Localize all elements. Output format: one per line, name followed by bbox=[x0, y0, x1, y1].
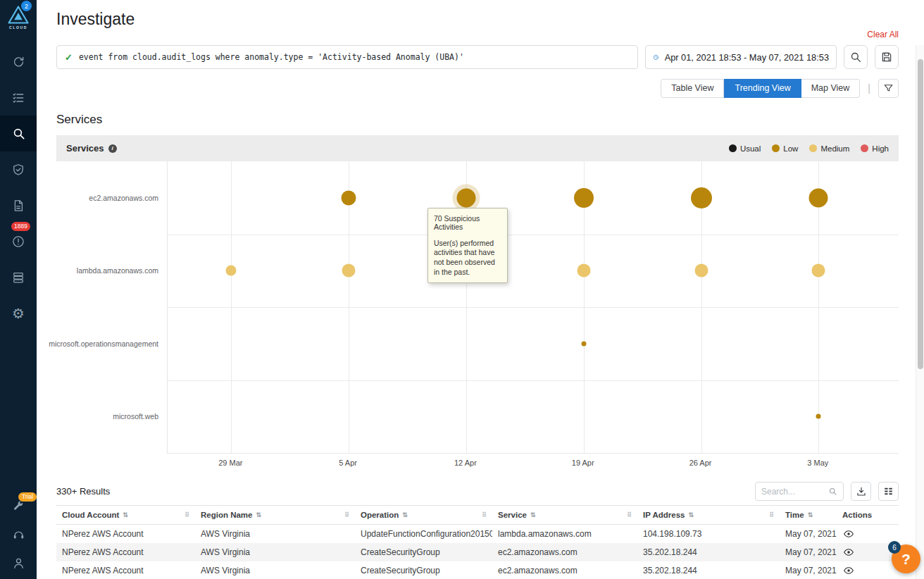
chart-bubble[interactable] bbox=[574, 188, 594, 208]
view-details-button[interactable] bbox=[842, 546, 855, 559]
sidebar-item-alerts[interactable]: 1889 bbox=[0, 223, 37, 259]
sidebar-item-inventory[interactable] bbox=[0, 259, 37, 295]
table-row[interactable]: NPerez AWS AccountAWS VirginiaCreateSecu… bbox=[56, 561, 899, 579]
download-button[interactable] bbox=[851, 482, 871, 501]
column-label: IP Address bbox=[643, 511, 685, 519]
scrollbar-thumb[interactable] bbox=[918, 59, 923, 369]
chart-bubble[interactable] bbox=[342, 190, 356, 205]
chart-bubble[interactable] bbox=[691, 187, 712, 208]
table-row[interactable]: NPerez AWS AccountAWS VirginiaCreateSecu… bbox=[56, 543, 899, 561]
section-title: Services bbox=[56, 113, 899, 127]
chart-y-axis: ec2.amazonaws.comlambda.amazonaws.commic… bbox=[56, 161, 167, 454]
query-valid-icon: ✓ bbox=[65, 52, 73, 63]
column-header-operation[interactable]: Operation⇅⠿ bbox=[355, 506, 492, 525]
tab-table-view[interactable]: Table View bbox=[661, 79, 724, 98]
legend-item-usual[interactable]: Usual bbox=[729, 144, 761, 153]
trending-chart: ec2.amazonaws.comlambda.amazonaws.commic… bbox=[56, 161, 899, 472]
x-axis-label: 29 Mar bbox=[218, 459, 242, 467]
sidebar-item-policies[interactable] bbox=[0, 80, 37, 116]
app-root: 2 CLOUD bbox=[0, 0, 924, 579]
sidebar-item-dashboard[interactable] bbox=[0, 44, 37, 80]
chart-bubble[interactable] bbox=[342, 264, 356, 278]
chart-bubble[interactable] bbox=[581, 341, 586, 346]
chart-bubble[interactable] bbox=[226, 266, 237, 276]
help-count-badge: 6 bbox=[888, 541, 901, 554]
view-toggle-row: Table View Trending View Map View | bbox=[56, 78, 899, 98]
filter-button[interactable] bbox=[878, 79, 899, 98]
column-settings-button[interactable] bbox=[878, 482, 899, 501]
sidebar-item-support[interactable] bbox=[9, 525, 27, 544]
column-drag-icon[interactable]: ⠿ bbox=[769, 511, 774, 518]
column-header-actions[interactable]: Actions bbox=[837, 506, 899, 525]
shield-check-icon bbox=[11, 163, 25, 177]
view-details-button[interactable] bbox=[842, 528, 855, 540]
column-label: Actions bbox=[842, 511, 872, 519]
sidebar-item-investigate[interactable] bbox=[0, 116, 37, 151]
query-input[interactable]: ✓ event from cloud.audit_logs where anom… bbox=[56, 45, 638, 69]
sidebar-item-profile[interactable] bbox=[9, 554, 27, 572]
column-drag-icon[interactable]: ⠿ bbox=[185, 511, 189, 518]
view-details-button[interactable] bbox=[842, 564, 855, 577]
legend-dot bbox=[809, 144, 817, 152]
column-drag-icon[interactable]: ⠿ bbox=[627, 511, 632, 518]
help-question-mark: ? bbox=[901, 551, 911, 568]
column-drag-icon[interactable]: ⠿ bbox=[482, 511, 487, 518]
search-button[interactable] bbox=[844, 45, 868, 69]
report-icon bbox=[11, 199, 25, 213]
legend-item-medium[interactable]: Medium bbox=[809, 144, 849, 153]
sort-icon[interactable]: ⇅ bbox=[808, 511, 813, 518]
chart-bubble[interactable] bbox=[809, 188, 828, 207]
column-header-region-name[interactable]: Region Name⇅⠿ bbox=[195, 506, 355, 525]
chart-bubble[interactable] bbox=[816, 414, 821, 419]
legend-item-low[interactable]: Low bbox=[772, 144, 798, 153]
sort-icon[interactable]: ⇅ bbox=[402, 511, 408, 518]
column-label: Region Name bbox=[201, 511, 253, 519]
cell-region: AWS Virginia bbox=[195, 543, 355, 561]
sidebar-item-reports[interactable] bbox=[0, 187, 37, 223]
cell-operation: CreateSecurityGroup bbox=[355, 561, 492, 579]
tab-trending-view[interactable]: Trending View bbox=[724, 79, 801, 98]
save-button[interactable] bbox=[875, 45, 899, 69]
sort-icon[interactable]: ⇅ bbox=[688, 511, 694, 518]
column-header-cloud-account[interactable]: Cloud Account⇅⠿ bbox=[56, 506, 195, 525]
user-icon bbox=[12, 556, 25, 570]
column-drag-icon[interactable]: ⠿ bbox=[344, 511, 349, 518]
chart-bubble[interactable] bbox=[577, 264, 590, 278]
legend-label: Usual bbox=[740, 144, 761, 153]
cell-ip: 35.202.18.244 bbox=[637, 561, 780, 579]
results-table-body: NPerez AWS AccountAWS VirginiaUpdateFunc… bbox=[56, 525, 899, 579]
legend-dot bbox=[772, 144, 780, 152]
legend-label: High bbox=[872, 144, 889, 153]
column-label: Cloud Account bbox=[62, 511, 119, 519]
chart-tooltip: 70 Suspicious Activities User(s) perform… bbox=[427, 208, 508, 284]
cell-service: ec2.amazonaws.com bbox=[492, 561, 637, 579]
chart-bubble[interactable] bbox=[456, 188, 475, 207]
sort-icon[interactable]: ⇅ bbox=[256, 511, 262, 518]
help-button[interactable]: 6 ? bbox=[892, 544, 920, 573]
x-axis-label: 19 Apr bbox=[572, 459, 594, 467]
legend-item-high[interactable]: High bbox=[861, 144, 889, 153]
dashboard-icon bbox=[11, 55, 25, 69]
tab-map-view[interactable]: Map View bbox=[801, 79, 861, 98]
column-header-service[interactable]: Service⇅⠿ bbox=[492, 506, 637, 525]
filter-icon bbox=[883, 83, 894, 94]
layers-icon bbox=[11, 270, 25, 285]
scrollbar-track[interactable] bbox=[916, 45, 924, 579]
table-row[interactable]: NPerez AWS AccountAWS VirginiaUpdateFunc… bbox=[56, 525, 899, 543]
clear-all-link[interactable]: Clear All bbox=[867, 30, 899, 39]
date-range-picker[interactable]: Apr 01, 2021 18:53 - May 07, 2021 18:53 bbox=[645, 45, 837, 69]
chart-bubble[interactable] bbox=[812, 264, 825, 278]
info-icon[interactable]: i bbox=[108, 144, 117, 153]
sort-icon[interactable]: ⇅ bbox=[123, 511, 128, 518]
sidebar-item-settings[interactable]: ⚙ bbox=[0, 295, 37, 331]
column-header-ip-address[interactable]: IP Address⇅⠿ bbox=[637, 506, 780, 525]
notification-badge[interactable]: 2 bbox=[21, 1, 32, 11]
checklist-icon bbox=[11, 91, 25, 105]
sort-icon[interactable]: ⇅ bbox=[530, 511, 536, 518]
column-header-time[interactable]: Time⇅ bbox=[780, 506, 837, 525]
sidebar-item-tools[interactable]: Trial bbox=[9, 497, 27, 516]
x-axis-label: 12 Apr bbox=[454, 459, 477, 467]
chart-bubble[interactable] bbox=[694, 264, 708, 278]
sidebar-item-compliance[interactable] bbox=[0, 151, 37, 187]
results-search-input[interactable] bbox=[761, 487, 824, 497]
